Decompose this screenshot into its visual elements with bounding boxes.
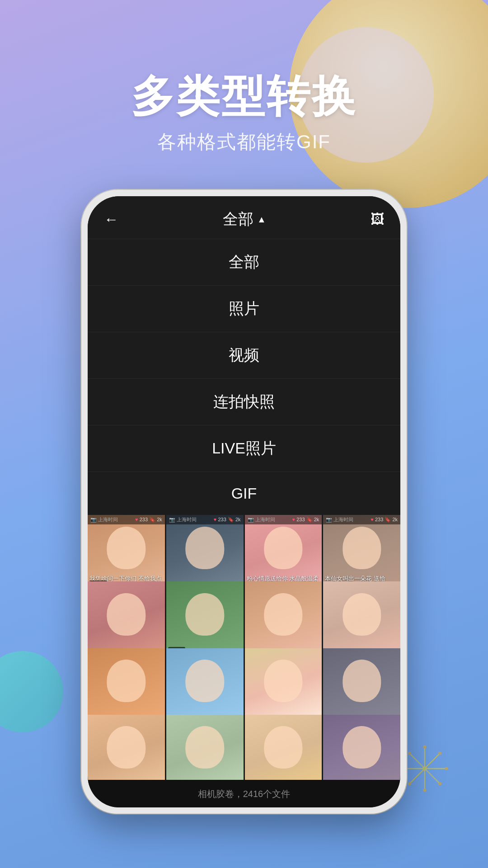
svg-point-16 (408, 782, 411, 785)
phone-mockup: ← 全部 ▲ 🖼 全部 照片 视频 连拍快照 LIVE照片 GIF (81, 190, 407, 814)
photo-cell[interactable]: 我觉得ok (245, 648, 322, 726)
phone-screen: ← 全部 ▲ 🖼 全部 照片 视频 连拍快照 LIVE照片 GIF (88, 196, 400, 807)
photo-cell[interactable]: 塞纳河畔 左岸的咖啡 (323, 715, 400, 780)
svg-line-7 (425, 753, 440, 769)
dropdown-arrow-icon: ▲ (257, 214, 266, 225)
phone-inner-screen: ← 全部 ▲ 🖼 全部 照片 视频 连拍快照 LIVE照片 GIF (88, 196, 400, 807)
dropdown-item-video[interactable]: 视频 (88, 332, 400, 378)
svg-line-8 (409, 769, 425, 784)
dropdown-item-live[interactable]: LIVE照片 (88, 425, 400, 472)
photo-cell[interactable]: 孤独 弱小 又无助 (245, 581, 322, 659)
dropdown-item-burst[interactable]: 连拍快照 (88, 378, 400, 425)
gallery-icon[interactable]: 🖼 (371, 212, 384, 227)
svg-point-14 (438, 782, 441, 785)
sub-title: 各种格式都能转GIF (0, 129, 488, 155)
phone-outer-frame: ← 全部 ▲ 🖼 全部 照片 视频 连拍快照 LIVE照片 GIF (81, 190, 407, 814)
status-bar: 相机胶卷，2416个文件 (88, 780, 400, 807)
bg-teal-shape (0, 651, 63, 732)
photo-cell[interactable]: 你猜猜我是谁📷 上海时间♥ 233 🔖 2k (166, 515, 244, 592)
dropdown-item-all[interactable]: 全部 (88, 239, 400, 285)
photo-cell[interactable]: 你可知道我喜欢你么 (88, 715, 165, 780)
dropdown-item-gif[interactable]: GIF (88, 472, 400, 515)
back-button[interactable]: ← (104, 211, 118, 228)
dropdown-menu: 全部 照片 视频 连拍快照 LIVE照片 GIF (88, 239, 400, 515)
photo-cell[interactable]: 还撒回？ 我已经拍下来了 (323, 648, 400, 726)
nav-title-container[interactable]: 全部 ▲ (223, 209, 266, 230)
photo-cell[interactable]: 我凭啥问一下你们 不给我点赞了GIF📷 上海时间♥ 233 🔖 2k (88, 515, 165, 592)
photo-cell[interactable] (88, 581, 165, 659)
photo-cell[interactable]: 好方 (245, 715, 322, 780)
photo-cell[interactable]: 我已长发及腰 多少偶像剧情 (166, 648, 244, 726)
photo-cell[interactable]: 粉心情愿送给你 水晶般温柔的花📷 上海时间♥ 233 🔖 2k (245, 515, 322, 592)
nav-title-text: 全部 (223, 209, 253, 230)
nav-bar: ← 全部 ▲ 🖼 (88, 196, 400, 239)
svg-line-6 (425, 769, 440, 784)
svg-point-15 (438, 752, 441, 755)
photo-cell[interactable]: 本仙女叫出一朵花 送给你！！📷 上海时间♥ 233 🔖 2k (323, 515, 400, 592)
svg-point-10 (423, 788, 426, 792)
header-section: 多类型转换 各种格式都能转GIF (0, 0, 488, 155)
dropdown-item-photo[interactable]: 照片 (88, 285, 400, 332)
svg-line-5 (409, 753, 425, 769)
photo-cell[interactable]: 人生长路 爱我的人 (166, 715, 244, 780)
svg-point-13 (408, 752, 411, 755)
photo-cell[interactable]: 感情拦截到我的 (323, 581, 400, 659)
photo-cell[interactable]: 你爱你吗GIF (166, 581, 244, 659)
main-title: 多类型转换 (0, 72, 488, 120)
photo-grid: 我凭啥问一下你们 不给我点赞了GIF📷 上海时间♥ 233 🔖 2k你猜猜我是谁… (88, 515, 400, 780)
photo-cell[interactable]: 想吃 (88, 648, 165, 726)
svg-point-12 (445, 767, 448, 770)
svg-point-9 (423, 745, 426, 748)
